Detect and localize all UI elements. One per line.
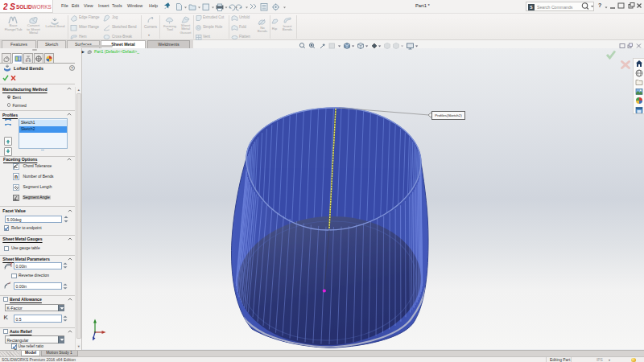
svg-text:2S: 2S	[3, 2, 15, 11]
